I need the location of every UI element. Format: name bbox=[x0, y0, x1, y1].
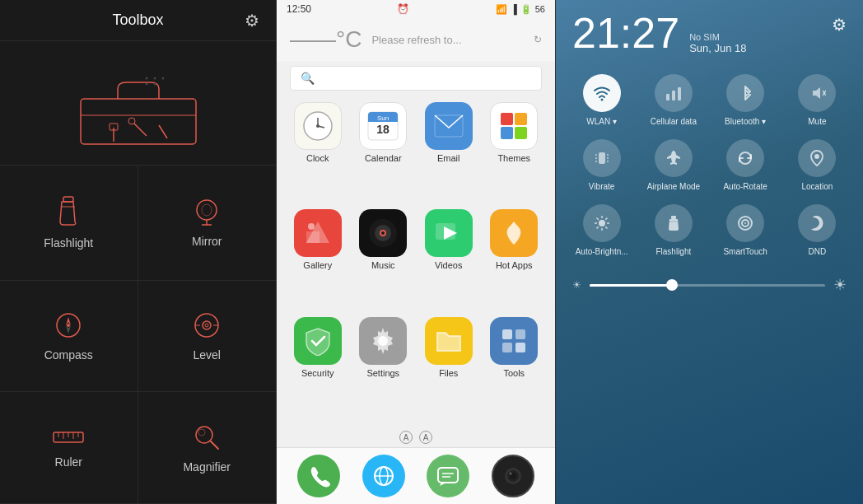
phone-weather: ——°C Please refresh to... ↻ bbox=[277, 18, 555, 61]
qs-toggle-wlan[interactable]: WLAN ▾ bbox=[566, 68, 637, 133]
page-indicator: A A bbox=[277, 427, 555, 447]
svg-rect-43 bbox=[501, 113, 513, 125]
toolbox-title: Toolbox bbox=[112, 12, 163, 29]
svg-point-18 bbox=[67, 324, 70, 327]
svg-rect-0 bbox=[81, 99, 196, 144]
svg-text:Sun: Sun bbox=[377, 114, 389, 122]
dock-phone[interactable] bbox=[297, 455, 340, 497]
vibrate-label: Vibrate bbox=[589, 182, 615, 191]
refresh-button[interactable]: ↻ bbox=[534, 34, 542, 45]
phone-search-bar[interactable]: 🔍 bbox=[290, 66, 542, 91]
toolbox-item-compass[interactable]: Compass bbox=[0, 281, 138, 393]
qs-settings-icon[interactable]: ⚙ bbox=[832, 15, 847, 35]
brightness-thumb[interactable] bbox=[666, 279, 678, 291]
svg-point-7 bbox=[153, 77, 156, 80]
qs-toggle-airplane[interactable]: Airplane Mode bbox=[637, 133, 709, 198]
qs-toggle-autorotate[interactable]: Auto-Rotate bbox=[710, 133, 781, 198]
app-files[interactable]: Files bbox=[418, 317, 480, 421]
phone-panel: 12:50 ⏰ 📶 ▐ 🔋 56 ——°C Please refresh to.… bbox=[276, 0, 556, 504]
battery-level: 56 bbox=[535, 4, 545, 14]
mute-label: Mute bbox=[808, 117, 826, 126]
dock-browser[interactable] bbox=[362, 455, 405, 497]
app-hotapps-label: Hot Apps bbox=[496, 260, 533, 270]
svg-point-70 bbox=[600, 99, 603, 101]
app-email[interactable]: Email bbox=[418, 102, 480, 206]
app-calendar-label: Calendar bbox=[365, 153, 402, 163]
svg-line-3 bbox=[134, 124, 147, 136]
autobrightness-label: Auto-Brightn... bbox=[576, 247, 628, 256]
phone-apps-grid: Clock Sun 18 Calendar bbox=[277, 96, 555, 427]
toolbox-panel: Toolbox ⚙ bbox=[0, 0, 276, 504]
airplane-toggle-circle bbox=[655, 139, 693, 177]
toolbox-item-ruler[interactable]: Ruler bbox=[0, 392, 138, 504]
qs-time: 21:27 bbox=[572, 12, 679, 54]
dock-messages[interactable] bbox=[427, 455, 469, 497]
autorotate-toggle-circle bbox=[726, 139, 764, 177]
qs-brightness-control: ☀ ☀ bbox=[556, 269, 863, 297]
brightness-slider[interactable] bbox=[590, 284, 825, 287]
svg-rect-45 bbox=[501, 127, 513, 139]
phone-status-bar: 12:50 ⏰ 📶 ▐ 🔋 56 bbox=[277, 0, 555, 18]
qs-toggle-vibrate[interactable]: Vibrate bbox=[566, 133, 637, 198]
location-toggle-circle bbox=[798, 139, 836, 177]
qs-toggle-flashlight[interactable]: Flashlight bbox=[637, 198, 709, 263]
toolbox-settings-icon[interactable]: ⚙ bbox=[245, 11, 259, 30]
svg-line-90 bbox=[605, 226, 607, 228]
dnd-label: DND bbox=[809, 247, 827, 256]
qs-toggle-cellular[interactable]: Cellular data bbox=[637, 68, 709, 133]
airplane-label: Airplane Mode bbox=[647, 182, 700, 191]
svg-point-10 bbox=[153, 83, 156, 86]
svg-rect-63 bbox=[438, 468, 458, 483]
dock-camera[interactable] bbox=[492, 455, 534, 497]
app-music[interactable]: Music bbox=[352, 209, 415, 313]
svg-rect-72 bbox=[672, 91, 675, 100]
app-security[interactable]: Security bbox=[287, 317, 349, 421]
app-videos[interactable]: Videos bbox=[418, 209, 480, 313]
smarttouch-toggle-circle bbox=[726, 204, 764, 242]
svg-point-16 bbox=[202, 204, 212, 216]
app-gallery[interactable]: Gallery bbox=[287, 209, 349, 313]
location-label: Location bbox=[801, 182, 833, 191]
toolbox-item-magnifier[interactable]: Magnifier bbox=[138, 392, 277, 504]
qs-toggle-mute[interactable]: Mute bbox=[781, 68, 853, 133]
app-security-label: Security bbox=[301, 368, 334, 378]
toolbox-item-mirror[interactable]: Mirror bbox=[138, 166, 277, 281]
toolbox-item-level[interactable]: Level bbox=[138, 281, 277, 393]
qs-toggles-grid: WLAN ▾ Cellular data Bluetooth ▾ Mute bbox=[556, 61, 863, 269]
toolbox-item-flashlight[interactable]: Flashlight bbox=[0, 166, 138, 281]
phone-status-icons: 📶 ▐ 🔋 56 bbox=[496, 4, 545, 15]
compass-label: Compass bbox=[44, 348, 93, 362]
flashlight-label: Flashlight bbox=[44, 236, 93, 250]
qs-toggle-autobrightness[interactable]: Auto-Brightn... bbox=[566, 198, 637, 263]
app-music-label: Music bbox=[371, 260, 395, 270]
cellular-label: Cellular data bbox=[651, 117, 697, 126]
svg-rect-11 bbox=[63, 197, 73, 202]
svg-line-5 bbox=[159, 125, 167, 138]
svg-rect-46 bbox=[515, 127, 527, 139]
qs-toggle-bluetooth[interactable]: Bluetooth ▾ bbox=[710, 68, 781, 133]
app-settings[interactable]: Settings bbox=[352, 317, 415, 421]
svg-line-31 bbox=[211, 441, 218, 449]
app-tools[interactable]: Tools bbox=[483, 317, 546, 421]
phone-temp: ——°C bbox=[290, 26, 362, 53]
app-calendar[interactable]: Sun 18 Calendar bbox=[352, 102, 415, 206]
app-gallery-label: Gallery bbox=[303, 260, 332, 270]
brightness-fill bbox=[590, 284, 672, 287]
qs-toggle-location[interactable]: Location bbox=[781, 133, 853, 198]
toolbox-illustration bbox=[0, 41, 276, 166]
wifi-icon: 📶 bbox=[496, 4, 507, 15]
level-label: Level bbox=[194, 348, 221, 362]
svg-point-6 bbox=[145, 77, 147, 80]
qs-date: Sun, Jun 18 bbox=[689, 42, 746, 54]
qs-toggle-dnd[interactable]: DND bbox=[781, 198, 853, 263]
app-themes[interactable]: Themes bbox=[483, 102, 546, 206]
qs-toggle-smarttouch[interactable]: SmartTouch bbox=[710, 198, 781, 263]
qs-date-info: No SIM Sun, Jun 18 bbox=[689, 32, 746, 54]
app-hotapps[interactable]: Hot Apps bbox=[483, 209, 546, 313]
alarm-icon: ⏰ bbox=[397, 3, 409, 15]
svg-point-21 bbox=[205, 324, 208, 327]
app-clock[interactable]: Clock bbox=[287, 102, 349, 206]
svg-line-92 bbox=[596, 226, 598, 228]
mute-toggle-circle bbox=[798, 74, 836, 112]
svg-point-84 bbox=[599, 220, 605, 226]
